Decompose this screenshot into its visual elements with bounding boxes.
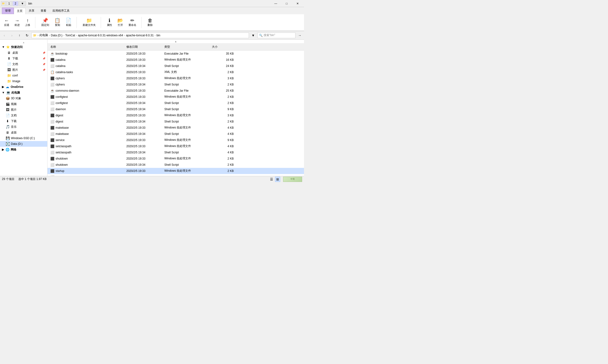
- sidebar-item-docs1[interactable]: 📄 文档 📌: [0, 61, 47, 67]
- table-row[interactable]: ⬛makebase2020/2/5 19:33Windows 批处理文件4 KB: [48, 125, 304, 131]
- table-row[interactable]: ⬜configtest2020/2/5 19:34Shell Script2 K…: [48, 100, 304, 106]
- ribbon-tab-view[interactable]: 查看: [38, 8, 49, 14]
- sidebar-item-video[interactable]: 🎬 视频: [0, 101, 47, 107]
- sidebar-item-pics2[interactable]: 🖼 图片: [0, 107, 47, 113]
- view-details-button[interactable]: ⊞: [275, 177, 280, 182]
- search-box[interactable]: 🔍 搜索"bin": [258, 33, 296, 38]
- sidebar-thispc-header[interactable]: ▼ 💻 此电脑: [0, 90, 47, 95]
- ribbon-btn-open[interactable]: 📂 打开: [115, 17, 125, 28]
- sidebar-item-music[interactable]: 🎵 音乐: [0, 124, 47, 130]
- ribbon-tab-apptool[interactable]: 应用程序工具: [49, 8, 73, 14]
- sidebar-item-desktop2[interactable]: 🖥 桌面: [0, 130, 47, 135]
- minimize-button[interactable]: —: [270, 0, 281, 7]
- nav-dropdown-button[interactable]: ▼: [250, 32, 257, 39]
- sidebar-item-desktop1[interactable]: 🖥 桌面 📌: [0, 50, 47, 56]
- file-type-cell: Shell Script: [163, 83, 211, 86]
- sidebar-expand-arrow[interactable]: ▲: [0, 41, 47, 44]
- table-row[interactable]: ⬜ciphers2020/2/5 19:34Shell Script2 KB: [48, 81, 304, 88]
- ribbon-btn-paste[interactable]: 📄 粘贴: [64, 17, 74, 28]
- ribbon-group-new: 📁 新建文件夹: [80, 17, 101, 28]
- file-type-cell: Shell Script: [163, 108, 211, 111]
- ribbon-tab-management[interactable]: 管理: [2, 8, 14, 14]
- table-row[interactable]: ⬜makebase2020/2/5 19:34Shell Script4 KB: [48, 131, 304, 137]
- table-row[interactable]: ⬛shutdown2020/2/5 19:33Windows 批处理文件2 KB: [48, 156, 304, 162]
- ribbon-btn-forward[interactable]: → 前进: [12, 17, 22, 28]
- close-button[interactable]: ✕: [292, 0, 303, 7]
- table-row[interactable]: ☕bootstrap2020/2/5 19:33Executable Jar F…: [48, 51, 304, 57]
- ribbon-btn-copy[interactable]: 📋 复制: [52, 17, 63, 28]
- sidebar-item-datad[interactable]: 💽 Data (D:): [0, 141, 47, 147]
- sort-arrow-top[interactable]: ▲: [48, 40, 304, 43]
- table-row[interactable]: ⬛ciphers2020/2/5 19:33Windows 批处理文件3 KB: [48, 75, 304, 81]
- table-row[interactable]: 📋catalina-tasks2020/2/5 19:33XML 文档2 KB: [48, 69, 304, 75]
- ribbon-btn-delete[interactable]: 🗑 删除: [145, 17, 155, 28]
- table-row[interactable]: ⬜shutdown2020/2/5 19:34Shell Script2 KB: [48, 162, 304, 168]
- header-name[interactable]: 名称: [49, 44, 125, 50]
- search-icon: 🔍: [259, 34, 263, 37]
- music-icon: 🎵: [6, 125, 10, 129]
- table-row[interactable]: ⬛catalina2020/2/5 19:33Windows 批处理文件16 K…: [48, 57, 304, 63]
- file-size-cell: 4 KB: [211, 132, 235, 136]
- path-tomcat[interactable]: TomCat: [65, 34, 75, 37]
- sidebar-item-3dobj[interactable]: 📦 3D 对象: [0, 95, 47, 101]
- sidebar-item-download2[interactable]: ⬇ 下载: [0, 118, 47, 124]
- path-datad[interactable]: Data (D:): [51, 34, 63, 37]
- sidebar-item-conf[interactable]: 📁 conf: [0, 73, 47, 78]
- path-thispc[interactable]: 此电脑: [39, 33, 48, 37]
- sidebar-network-header[interactable]: ▶ 🌐 网络: [0, 147, 47, 152]
- nav-back-button[interactable]: ‹: [1, 32, 8, 39]
- path-bin[interactable]: bin: [156, 34, 160, 37]
- sidebar-quickaccess-header[interactable]: ▼ ⭐ 快速访问: [0, 44, 47, 50]
- ribbon-btn-newfolder[interactable]: 📁 新建文件夹: [80, 17, 98, 28]
- header-type[interactable]: 类型: [163, 44, 211, 50]
- ribbon-tab-home[interactable]: 主页: [14, 8, 26, 14]
- table-row[interactable]: ⬜setclasspath2020/2/5 19:34Shell Script4…: [48, 149, 304, 156]
- table-row[interactable]: ⬛startup2020/2/5 19:33Windows 批处理文件2 KB: [48, 168, 304, 174]
- path-apache1[interactable]: apache-tomcat-9.0.31-windows-x64: [78, 34, 123, 37]
- nav-forward-button[interactable]: ›: [9, 32, 15, 39]
- table-row[interactable]: ⬛setclasspath2020/2/5 19:33Windows 批处理文件…: [48, 143, 304, 149]
- table-row[interactable]: ⬜catalina2020/2/5 19:34Shell Script24 KB: [48, 63, 304, 69]
- table-row[interactable]: ⬜startup2020/2/5 19:34Shell Script2 KB: [48, 174, 304, 176]
- ribbon-btn-rename[interactable]: ✏ 重命名: [126, 17, 139, 28]
- header-date[interactable]: 修改日期: [125, 44, 163, 50]
- table-row[interactable]: ⬜daemon2020/2/5 19:34Shell Script9 KB: [48, 106, 304, 112]
- sidebar-item-download1[interactable]: ⬇ 下载 📌: [0, 56, 47, 61]
- sidebar-item-image[interactable]: 📁 Image: [0, 78, 47, 84]
- table-row[interactable]: ☕commons-daemon2020/2/5 19:33Executable …: [48, 88, 304, 94]
- paste-icon: 📄: [65, 18, 71, 23]
- ribbon-btn-open-label: 打开: [118, 23, 123, 27]
- title-tab-1[interactable]: 1: [6, 1, 12, 6]
- view-list-button[interactable]: ☰: [269, 177, 274, 182]
- header-size[interactable]: 大小: [211, 44, 235, 50]
- path-apache2[interactable]: apache-tomcat-9.0.31: [126, 34, 154, 37]
- ribbon-btn-properties[interactable]: ℹ 属性: [105, 17, 114, 28]
- file-type-icon: ⬜: [50, 64, 54, 68]
- maximize-button[interactable]: □: [281, 0, 292, 7]
- ribbon-btn-delete-label: 删除: [147, 23, 153, 27]
- address-path[interactable]: 📁 › 此电脑 › Data (D:) › TomCat › apache-to…: [31, 33, 249, 38]
- sidebar-image-label: Image: [12, 79, 45, 83]
- sidebar-onedrive-header[interactable]: ▶ ☁ OneDrive: [0, 84, 47, 90]
- sidebar-item-windowsssd[interactable]: 💾 Windows-SSD (C:): [0, 135, 47, 141]
- table-row[interactable]: ⬜digest2020/2/5 19:34Shell Script2 KB: [48, 118, 304, 125]
- search-submit-button[interactable]: →: [297, 32, 303, 39]
- sidebar-video-label: 视频: [11, 102, 45, 106]
- sidebar-item-pics1[interactable]: 🖼 图片 📌: [0, 67, 47, 73]
- ribbon-tab-share[interactable]: 共享: [26, 8, 38, 14]
- title-tab-2[interactable]: 2: [13, 1, 19, 6]
- ribbon-btn-forward-label: 前进: [14, 23, 20, 27]
- ribbon-btn-back[interactable]: ← 后退: [2, 17, 11, 28]
- table-row[interactable]: ⬛service2020/2/5 19:33Windows 批处理文件9 KB: [48, 137, 304, 143]
- table-row[interactable]: ⬛configtest2020/2/5 19:33Windows 批处理文件2 …: [48, 94, 304, 100]
- table-row[interactable]: ⬛digest2020/2/5 19:33Windows 批处理文件3 KB: [48, 112, 304, 118]
- ribbon-btn-pin[interactable]: 📌 固定到: [39, 17, 51, 28]
- nav-up-button[interactable]: ↑: [16, 32, 23, 39]
- desktop2-icon: 🖥: [6, 130, 10, 134]
- title-tab-menu[interactable]: ▼: [19, 1, 26, 6]
- ribbon-btn-up[interactable]: ↑ 上移: [23, 17, 32, 28]
- delete-icon: 🗑: [148, 18, 153, 23]
- file-name-cell: ⬜digest: [49, 120, 125, 123]
- sidebar-item-docs2[interactable]: 📄 文档: [0, 113, 47, 118]
- nav-refresh-button[interactable]: ↻: [24, 32, 30, 39]
